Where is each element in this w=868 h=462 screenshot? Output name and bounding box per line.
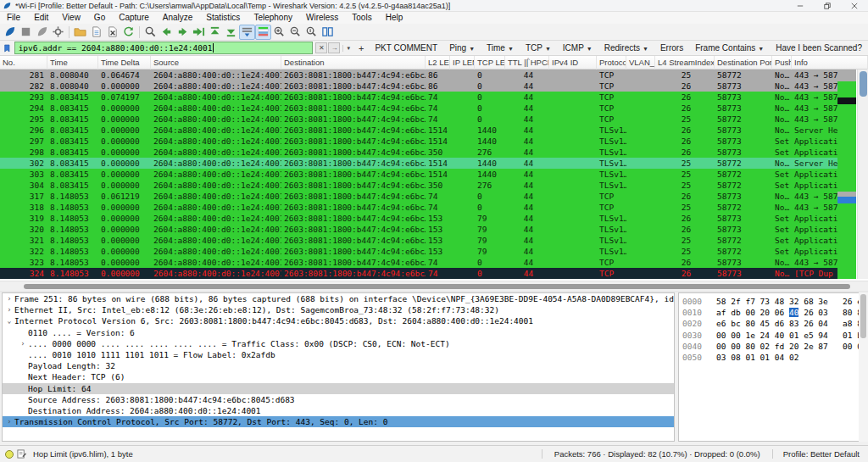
filter-button-redirects[interactable]: Redirects▼ (598, 42, 654, 55)
detail-line-4[interactable]: ›.... 0000 0000 .... .... .... .... ....… (3, 338, 674, 349)
display-filter-input[interactable]: ipv6.addr == 2604:a880:400:d0::1e24:4001 (14, 42, 314, 54)
zoom-out-icon[interactable] (287, 25, 303, 40)
start-capture-icon[interactable] (2, 25, 18, 40)
detail-line-1[interactable]: ›Ethernet II, Src: Intel_eb:e8:12 (68:3e… (3, 304, 674, 315)
zoom-in-icon[interactable] (271, 25, 287, 40)
restart-capture-icon[interactable] (34, 25, 50, 40)
resize-columns-icon[interactable] (320, 25, 336, 40)
expander-icon[interactable]: › (4, 416, 14, 427)
filter-button-time[interactable]: Time▼ (481, 42, 520, 55)
expert-info-icon[interactable] (5, 450, 14, 459)
minimize-button[interactable] (787, 0, 814, 12)
detail-line-5[interactable]: .... 0010 1010 1111 1101 1011 = Flow Lab… (3, 349, 674, 360)
bytes-vscrollbar[interactable] (859, 292, 868, 442)
column-header-ipv4-id[interactable]: IPv4 ID (549, 56, 597, 70)
packet-row-324[interactable]: 3248.1480530.0000002604:a880:400:d0::1e2… (0, 268, 837, 279)
column-header-l4-streamindex[interactable]: L4 StreamIndex (655, 56, 715, 70)
packet-row-295[interactable]: 2958.0834150.0000002604:a880:400:d0::1e2… (0, 114, 837, 125)
expander-icon[interactable]: › (4, 304, 14, 315)
packet-row-298[interactable]: 2988.0834150.0000002604:a880:400:d0::1e2… (0, 147, 837, 158)
menu-edit[interactable]: Edit (27, 12, 55, 24)
go-first-icon[interactable] (207, 25, 223, 40)
go-forward-icon[interactable] (175, 25, 191, 40)
filter-button-have-i-been-scanned-[interactable]: Have I been Scanned? (770, 42, 868, 55)
column-header-info[interactable]: Info (792, 56, 868, 70)
detail-line-11[interactable]: ›Transmission Control Protocol, Src Port… (3, 416, 674, 427)
menu-telephony[interactable]: Telephony (247, 12, 299, 24)
detail-line-10[interactable]: Destination Address: 2604:a880:400:d0::1… (3, 405, 674, 416)
filter-clear-icon[interactable]: ✕ (315, 42, 327, 53)
go-to-packet-icon[interactable] (191, 25, 207, 40)
menu-go[interactable]: Go (87, 12, 112, 24)
detail-line-6[interactable]: Payload Length: 32 (3, 360, 674, 371)
menu-analyze[interactable]: Analyze (156, 12, 200, 24)
hscrollbar-thumb[interactable] (24, 284, 850, 289)
intelligent-scrollbar[interactable] (837, 70, 856, 279)
hex-row-0040[interactable]: 0040 00 00 80 02 fd 20 2e 87 00 00 02 (682, 341, 865, 352)
detail-line-2[interactable]: ⌄Internet Protocol Version 6, Src: 2603:… (3, 315, 674, 326)
filter-bookmark-icon[interactable] (3, 42, 12, 54)
menu-help[interactable]: Help (379, 12, 410, 24)
packet-list-vscrollbar[interactable] (857, 70, 868, 279)
zoom-original-icon[interactable] (303, 25, 320, 40)
status-profile[interactable]: Profile: Better Default (772, 449, 868, 459)
packet-row-294[interactable]: 2948.0834150.0000002604:a880:400:d0::1e2… (0, 103, 837, 114)
detail-line-8[interactable]: Hop Limit: 64 (3, 383, 674, 394)
reload-file-icon[interactable] (120, 25, 136, 40)
go-last-icon[interactable] (223, 25, 239, 40)
filter-apply-icon[interactable]: → (328, 42, 340, 53)
column-header-protocol[interactable]: Protocol (597, 56, 626, 70)
hex-row-0010[interactable]: 0010 af db 00 20 06 40 26 03 80 81 18 (682, 307, 865, 318)
capture-comment-icon[interactable] (17, 449, 26, 459)
packet-row-317[interactable]: 3178.1480530.0612192604:a880:400:d0::1e2… (0, 191, 837, 202)
hex-row-0030[interactable]: 0030 00 00 1e 24 40 01 e5 94 01 bb 7c (682, 330, 865, 341)
packet-row-322[interactable]: 3228.1480530.0000002604:a880:400:d0::1e2… (0, 246, 837, 257)
close-button[interactable] (841, 0, 868, 12)
packet-list-hscrollbar[interactable] (0, 281, 868, 291)
restore-button[interactable] (814, 0, 841, 12)
packet-row-303[interactable]: 3038.0834150.0000002604:a880:400:d0::1e2… (0, 169, 837, 180)
capture-options-icon[interactable] (50, 25, 66, 40)
expander-icon[interactable]: › (18, 338, 28, 349)
expander-icon[interactable]: ⌄ (4, 315, 14, 326)
packet-row-293[interactable]: 2938.0834150.0741972604:a880:400:d0::1e2… (0, 92, 837, 103)
bytes-scrollbar-thumb[interactable] (860, 294, 866, 338)
menu-file[interactable]: File (0, 12, 27, 24)
add-filter-button[interactable]: + (353, 43, 369, 53)
packet-row-323[interactable]: 3238.1480530.0000002604:a880:400:d0::1e2… (0, 257, 837, 268)
packet-row-319[interactable]: 3198.1480530.0000002604:a880:400:d0::1e2… (0, 213, 837, 224)
column-header-tcp-len[interactable]: TCP LEN (475, 56, 505, 70)
packet-row-304[interactable]: 3048.0834150.0000002604:a880:400:d0::1e2… (0, 180, 837, 191)
packet-row-302[interactable]: 3028.0834150.0000002604:a880:400:d0::1e2… (0, 158, 837, 169)
colorize-icon[interactable] (255, 25, 271, 40)
detail-line-9[interactable]: Source Address: 2603:8081:1800:b447:4c94… (3, 394, 674, 405)
detail-line-3[interactable]: 0110 .... = Version: 6 (3, 327, 674, 338)
column-header-push[interactable]: Push (772, 56, 792, 70)
menu-tools[interactable]: Tools (345, 12, 378, 24)
filter-button-errors[interactable]: Errors (654, 42, 689, 55)
column-header-vlan-id[interactable]: VLAN_ID (626, 56, 655, 70)
detail-line-7[interactable]: Next Header: TCP (6) (3, 371, 674, 382)
vscrollbar-thumb[interactable] (860, 71, 867, 97)
packet-row-296[interactable]: 2968.0834150.0000002604:a880:400:d0::1e2… (0, 125, 837, 136)
detail-line-0[interactable]: ›Frame 251: 86 bytes on wire (688 bits),… (3, 293, 674, 304)
hex-row-0000[interactable]: 0000 58 2f f7 73 48 32 68 3e 26 eb e8 (682, 296, 865, 307)
column-header-l2-len[interactable]: L2 LEN (426, 56, 450, 70)
filter-dropdown-icon[interactable]: ▾ (342, 45, 353, 52)
column-header-ip-len[interactable]: IP LEN (450, 56, 475, 70)
menu-wireless[interactable]: Wireless (299, 12, 345, 24)
column-header-ttl-hpcnt[interactable]: TTL || HPCNT^ (505, 56, 549, 70)
filter-button-ping[interactable]: Ping▼ (443, 42, 481, 55)
packet-row-297[interactable]: 2978.0834150.0000002604:a880:400:d0::1e2… (0, 136, 837, 147)
close-file-icon[interactable] (104, 25, 120, 40)
packet-row-321[interactable]: 3218.1480530.0000002604:a880:400:d0::1e2… (0, 235, 837, 246)
menu-capture[interactable]: Capture (112, 12, 156, 24)
open-file-icon[interactable] (72, 25, 88, 40)
packet-row-282[interactable]: 2828.0080400.0000002604:a880:400:d0::1e2… (0, 81, 837, 92)
column-header-destination-port[interactable]: Destination Port (715, 56, 772, 70)
filter-button-icmp[interactable]: ICMP▼ (557, 42, 598, 55)
expander-icon[interactable]: › (4, 293, 14, 304)
auto-scroll-icon[interactable] (239, 25, 255, 40)
hex-row-0050[interactable]: 0050 03 08 01 01 04 02 (682, 352, 865, 363)
stop-capture-icon[interactable] (18, 25, 34, 40)
